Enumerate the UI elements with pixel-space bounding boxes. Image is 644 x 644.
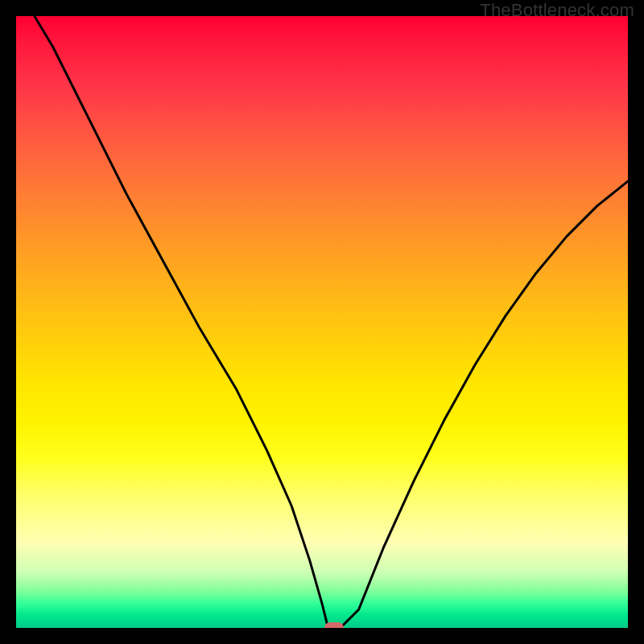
plot-area [16,16,628,628]
optimal-point-marker [324,622,344,628]
bottleneck-curve [16,16,628,628]
chart-frame: TheBottleneck.com [0,0,644,644]
